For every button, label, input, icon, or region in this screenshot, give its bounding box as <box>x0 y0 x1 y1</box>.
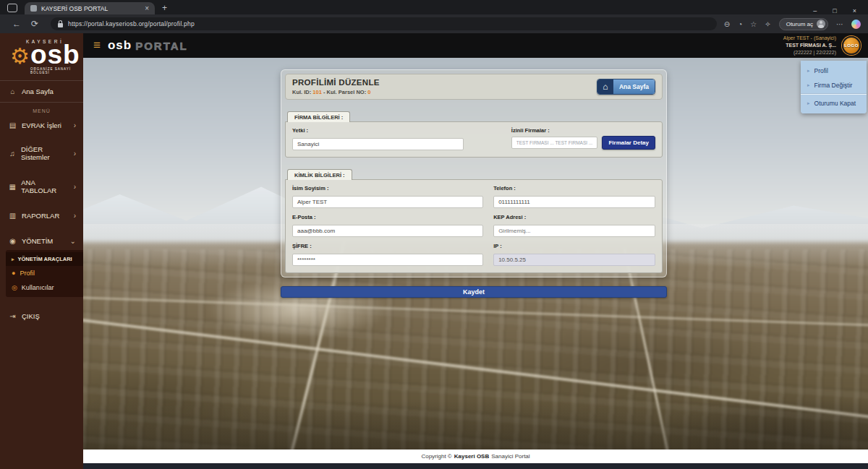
zoom-icon[interactable]: ⊖ <box>724 20 730 28</box>
lock-icon <box>58 23 63 27</box>
exit-icon: ⇥ <box>9 312 17 320</box>
users-icon: ◎ <box>12 284 17 291</box>
firmalar-detay-button[interactable]: Firmalar Detay <box>602 136 655 150</box>
field-izinli-firmalar: İzinli Firmalar : Firmalar Detay <box>511 127 655 150</box>
reading-icon[interactable]: ◔ <box>738 20 742 28</box>
maximize-button[interactable]: □ <box>833 7 836 14</box>
sidebar-logo[interactable]: KAYSERİ ⚙ osb ORGANİZE SANAYİ BÖLGESİ <box>0 33 83 79</box>
user-logo-badge[interactable]: LOGO <box>842 36 861 55</box>
tables-icon: ▦ <box>9 183 16 191</box>
sidebar: KAYSERİ ⚙ osb ORGANİZE SANAYİ BÖLGESİ ⌂ … <box>0 33 83 469</box>
browser-tab[interactable]: KAYSERİ OSB PORTAL × <box>25 2 155 14</box>
bullet-icon: ▸ <box>807 82 810 88</box>
isim-input[interactable] <box>292 196 483 208</box>
new-tab-button[interactable]: + <box>162 3 167 13</box>
main-content: ≡ osb PORTAL Alper TEST - (Sanayici) TES… <box>83 33 868 469</box>
dropdown-item-oturumu-kapat[interactable]: ▸ Oturumu Kapat <box>801 96 867 111</box>
brand-osb: osb <box>108 38 132 53</box>
kaydet-button[interactable]: Kaydet <box>281 286 667 298</box>
hamburger-icon[interactable]: ≡ <box>93 38 101 53</box>
bullet-icon: ▸ <box>807 68 810 74</box>
sidebar-item-diger-sistemler[interactable]: ♫ DİĞER Sistemler › <box>0 140 83 166</box>
field-kep: KEP Adresi : <box>493 214 655 237</box>
user-dropdown-menu: ▸ Profil ▸ Firma Değiştir ▸ Oturumu Kapa… <box>801 61 867 113</box>
chevron-right-icon: › <box>74 212 76 220</box>
user-icon: ● <box>12 270 15 277</box>
page: KAYSERİ ⚙ osb ORGANİZE SANAYİ BÖLGESİ ⌂ … <box>0 33 868 469</box>
tab-title: KAYSERİ OSB PORTAL <box>41 5 140 12</box>
sidebar-item-yonetim[interactable]: ◉ YÖNETİM ⌄ <box>0 232 83 250</box>
field-yetki: Yetki : <box>292 127 501 150</box>
yonetim-submenu: ▸ YÖNETİM ARAÇLARI ● Profil ◎ Kullanıcıl… <box>6 250 83 297</box>
bottom-strip <box>83 463 868 469</box>
sifre-input[interactable] <box>292 254 483 266</box>
kep-input[interactable] <box>493 225 655 237</box>
sidebar-item-ana-tablolar[interactable]: ▦ ANA TABLOLAR › <box>0 173 83 199</box>
field-ip: IP : <box>493 243 655 266</box>
submenu-header: ▸ YÖNETİM ARAÇLARI <box>6 252 83 266</box>
chevron-right-icon: › <box>74 183 76 191</box>
telefon-input[interactable] <box>493 196 655 208</box>
bullet-icon: ▸ <box>807 100 810 106</box>
field-isim: İsim Soyisim : <box>292 185 483 208</box>
photo-haze <box>83 399 868 449</box>
toolbar-right: ⊖ ◔ ☆ ✧ Oturum aç ⋯ <box>724 18 861 30</box>
browser-tabstrip: KAYSERİ OSB PORTAL × + – □ × <box>0 0 868 14</box>
sidebar-item-kullanicilar[interactable]: ◎ Kullanıcılar <box>6 280 83 295</box>
address-bar[interactable]: https://portal.kayseriosb.org/portal/pro… <box>51 17 717 30</box>
user-id-line: Kul. ID: 101 - Kul. Parsel NO: 0 <box>292 89 380 95</box>
parsel-no-value: 0 <box>367 89 370 95</box>
section-tab: KİMLİK BİLGİLERİ : <box>287 169 352 180</box>
section-tab: FİRMA BİLGİLERİ : <box>287 111 350 122</box>
field-eposta: E-Posta : <box>292 214 483 237</box>
gear-icon: ⚙ <box>10 47 30 66</box>
systems-icon: ♫ <box>9 150 16 158</box>
collections-icon[interactable]: ✧ <box>765 20 770 28</box>
divider <box>801 94 867 95</box>
sidebar-item-raporlar[interactable]: ▥ RAPORLAR › <box>0 207 83 225</box>
kul-id-value: 101 <box>312 89 322 95</box>
sidebar-item-evrak[interactable]: ▤ EVRAK İşleri › <box>0 116 83 134</box>
sidebar-item-profil[interactable]: ● Profil <box>6 266 83 280</box>
favorites-icon[interactable]: ☆ <box>750 20 757 28</box>
home-icon: ⌂ <box>9 87 17 95</box>
form-card: PROFİLİMİ DÜZENLE Kul. ID: 101 - Kul. Pa… <box>281 69 667 277</box>
reload-button[interactable]: ⟳ <box>31 19 38 29</box>
izinli-firmalar-input[interactable] <box>511 137 598 149</box>
workspace-icon[interactable] <box>7 4 17 12</box>
reports-icon: ▥ <box>9 212 17 220</box>
menu-dots-icon[interactable]: ⋯ <box>836 20 843 28</box>
brand-portal: PORTAL <box>135 40 188 52</box>
dropdown-item-firma-degistir[interactable]: ▸ Firma Değiştir <box>801 78 867 92</box>
sidebar-item-cikis[interactable]: ⇥ ÇIKIŞ <box>0 307 83 325</box>
footer-brand: Kayseri OSB <box>454 453 489 460</box>
footer: Copyright © Kayseri OSB Sanayici Portal <box>83 449 868 463</box>
close-button[interactable]: × <box>853 7 856 14</box>
field-telefon: Telefon : <box>493 185 655 208</box>
copilot-icon[interactable] <box>851 20 861 29</box>
chevron-down-icon: ⌄ <box>70 237 76 245</box>
form-header: PROFİLİMİ DÜZENLE Kul. ID: 101 - Kul. Pa… <box>285 74 663 100</box>
divider <box>0 80 83 81</box>
sidebar-item-home[interactable]: ⌂ Ana Sayfa <box>0 82 83 100</box>
field-sifre: ŞİFRE : <box>292 243 483 266</box>
chevron-right-icon: › <box>74 150 76 158</box>
user-info: Alper TEST - (Sanayici) TEST FİRMASI A. … <box>783 35 836 56</box>
tools-icon: ▸ <box>12 257 14 262</box>
menu-section-label: MENÜ <box>0 104 83 116</box>
minimize-button[interactable]: – <box>813 7 817 14</box>
dropdown-item-profil[interactable]: ▸ Profil <box>801 64 867 78</box>
url-text: https://portal.kayseriosb.org/portal/pro… <box>68 20 195 27</box>
section-firma-bilgileri: FİRMA BİLGİLERİ : Yetki : İzinli Firmala… <box>285 109 663 158</box>
back-button[interactable]: ← <box>12 19 21 29</box>
divider <box>0 102 83 103</box>
ana-sayfa-button[interactable]: ⌂ Ana Sayfa <box>597 79 655 95</box>
browser-toolbar: ← ⟳ https://portal.kayseriosb.org/portal… <box>0 14 868 33</box>
tab-close-icon[interactable]: × <box>145 4 149 12</box>
signin-button[interactable]: Oturum aç <box>779 18 828 30</box>
yetki-input[interactable] <box>292 138 464 150</box>
profile-form: PROFİLİMİ DÜZENLE Kul. ID: 101 - Kul. Pa… <box>281 69 667 298</box>
eposta-input[interactable] <box>292 225 483 237</box>
page-title: PROFİLİMİ DÜZENLE <box>292 78 380 87</box>
tab-favicon <box>30 5 37 12</box>
